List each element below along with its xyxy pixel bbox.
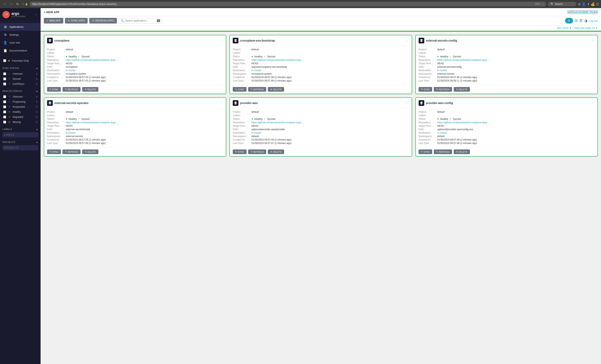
refresh-button[interactable]: ↻ REFRESH	[434, 87, 452, 92]
favorites-checkbox[interactable]	[3, 59, 6, 62]
back-button[interactable]: ←	[2, 2, 8, 7]
app-namespace-field: Namespace: default	[233, 135, 409, 138]
menu-button[interactable]: ☰	[596, 2, 599, 6]
delete-button[interactable]: ⊖ DELETE	[268, 87, 284, 92]
wallet-button[interactable]: 💰	[591, 2, 595, 6]
filter-progressing[interactable]: ○ Progressing 0	[2, 99, 38, 104]
delete-button[interactable]: ⊖ DELETE	[454, 149, 470, 154]
app-tiles-button[interactable]: APPLICATIONS TILES	[568, 10, 598, 14]
list-view-button[interactable]: ☰	[579, 19, 582, 23]
sidebar-item-documentation[interactable]: 📋 Documentation	[0, 47, 40, 55]
items-per-page-link[interactable]: Items per page: 10 ▼	[574, 27, 598, 30]
delete-btn-icon: ⊖	[85, 88, 86, 91]
app-favorite-star[interactable]: ☆	[220, 101, 223, 105]
app-card-title: external-secrets-operator	[47, 100, 89, 106]
sidebar-item-settings[interactable]: ⚙ Settings	[0, 31, 40, 39]
sidebar-item-user-info[interactable]: 👤 User Info	[0, 39, 40, 47]
sync-button[interactable]: ↻ SYNC	[419, 149, 432, 154]
app-favorite-star[interactable]: ☆	[406, 39, 409, 43]
app-repository-field: Repository: https://github.com/jonashack…	[47, 59, 223, 61]
profile-button[interactable]: 👤	[582, 2, 586, 6]
filter-button[interactable]: ⚙	[565, 18, 573, 23]
namespace-value: default	[437, 135, 594, 138]
sort-name-link[interactable]: Sort: name ▼	[557, 27, 571, 30]
filter-out-of-sync[interactable]: ! OutOfSync 0	[2, 81, 38, 86]
labels-input[interactable]	[2, 132, 38, 138]
app-last-sync-field: Last Sync: 01/30/2024 09:57:47 (2 minute…	[233, 142, 409, 145]
sync-apps-button[interactable]: ↻ SYNC APPS	[65, 18, 88, 23]
refresh-button[interactable]: ↻ REFRESH	[248, 149, 266, 154]
suspended-checkbox[interactable]	[3, 106, 6, 108]
synced-count: 6	[34, 78, 37, 80]
path-label: Path:	[233, 66, 251, 68]
labels-toggle[interactable]: ▲	[36, 128, 38, 131]
projects-toggle[interactable]: ▲	[36, 141, 38, 144]
url-bar[interactable]: https://localhost:8080/applications?show…	[30, 2, 546, 7]
repository-value: https://github.com/jonashackt/crossplane…	[437, 121, 594, 124]
projects-section: PROJECTS ▲	[0, 139, 40, 152]
target-revision-value: HEAD	[66, 125, 223, 127]
app-card-body: Project: default Labels: Status: ♥ Healt…	[230, 108, 411, 147]
missing-checkbox[interactable]	[3, 121, 6, 124]
repository-label: Repository:	[419, 121, 437, 124]
repository-value: https://github.com/jonashackt/crossplane…	[66, 59, 223, 61]
delete-button[interactable]: ⊖ DELETE	[268, 149, 284, 154]
app-favorite-star[interactable]: ☆	[592, 101, 594, 105]
labels-label: Labels:	[233, 51, 251, 54]
delete-button[interactable]: ⊖ DELETE	[82, 149, 98, 154]
app-destination-field: Destination: in-cluster	[419, 131, 594, 134]
filter-degraded[interactable]: ♥ Degraded 0	[2, 114, 38, 119]
app-target-revision-field: Target Revi...: HEAD	[419, 62, 594, 65]
sidebar-back-button[interactable]: ←	[35, 13, 38, 16]
refresh-button[interactable]: ↻ REFRESH	[62, 149, 81, 154]
bookmark-star-button[interactable]: ☆	[541, 2, 544, 6]
sync-button[interactable]: ↻ SYNC	[47, 87, 61, 92]
filter-healthy[interactable]: ♥ Healthy 6	[2, 109, 38, 114]
grid-view-button[interactable]: ⊞	[575, 19, 578, 23]
filter-suspended[interactable]: ⏸ Suspended 0	[2, 104, 38, 109]
logout-button[interactable]: Log out	[589, 19, 598, 22]
health-status-toggle[interactable]: ▲	[36, 90, 38, 92]
project-label: Project:	[47, 48, 65, 51]
refresh-apps-button[interactable]: ↻ REFRESH APPS	[89, 18, 117, 23]
sync-button[interactable]: ↻ SYNC	[47, 149, 61, 154]
synced-checkbox[interactable]	[3, 78, 6, 80]
sync-button[interactable]: ↻ SYNC	[233, 149, 247, 154]
delete-button[interactable]: ⊖ DELETE	[82, 87, 98, 92]
healthy-checkbox[interactable]	[3, 110, 6, 113]
sync-status-toggle[interactable]: ▲	[36, 67, 38, 69]
app-favorite-star[interactable]: ☆	[220, 39, 223, 43]
forward-button[interactable]: →	[9, 2, 14, 7]
refresh-button[interactable]: ↻ REFRESH	[248, 87, 266, 92]
app-favorite-star[interactable]: ☆	[406, 101, 409, 105]
chart-view-button[interactable]: ◑	[584, 19, 587, 23]
app-favorite-star[interactable]: ☆	[592, 39, 594, 43]
download-button[interactable]: ⬇	[587, 2, 590, 6]
namespace-label: Namespace:	[419, 72, 437, 75]
filter-unknown-sync[interactable]: ○ Unknown 0	[2, 71, 38, 76]
extensions-button[interactable]: ⊞	[578, 2, 581, 6]
filter-unknown-health[interactable]: ? Unknown 0	[2, 94, 38, 99]
refresh-button[interactable]: ↻ REFRESH	[62, 87, 81, 92]
unknown-health-checkbox[interactable]	[3, 95, 6, 98]
search-input[interactable]	[125, 19, 156, 22]
projects-input[interactable]	[2, 145, 38, 150]
progressing-checkbox[interactable]	[3, 100, 6, 103]
out-of-sync-checkbox[interactable]	[3, 83, 6, 85]
sync-button[interactable]: ↻ SYNC	[419, 87, 432, 92]
app-project-field: Project: default	[47, 110, 223, 113]
degraded-checkbox[interactable]	[3, 116, 6, 118]
sidebar-item-applications[interactable]: ⊞ Applications	[0, 23, 40, 31]
filter-missing[interactable]: ⚠ Missing 0	[2, 119, 38, 125]
browser-search-bar[interactable]: 🔍 Search	[548, 2, 576, 6]
healthy-label: Healthy	[13, 110, 32, 113]
new-app-button[interactable]: + NEW APP	[44, 18, 63, 23]
refresh-button[interactable]: ↻ REFRESH	[434, 149, 452, 154]
sync-button[interactable]: ↻ SYNC	[233, 87, 247, 92]
unknown-sync-checkbox[interactable]	[3, 72, 6, 75]
delete-button[interactable]: ⊖ DELETE	[454, 87, 470, 92]
favorites-filter-item[interactable]: ★ Favorites Only	[2, 58, 38, 63]
filter-synced[interactable]: ✓ Synced 6	[2, 76, 38, 81]
app-card-title: external-secrets-config	[419, 38, 457, 43]
reload-button[interactable]: ↻	[15, 2, 20, 7]
